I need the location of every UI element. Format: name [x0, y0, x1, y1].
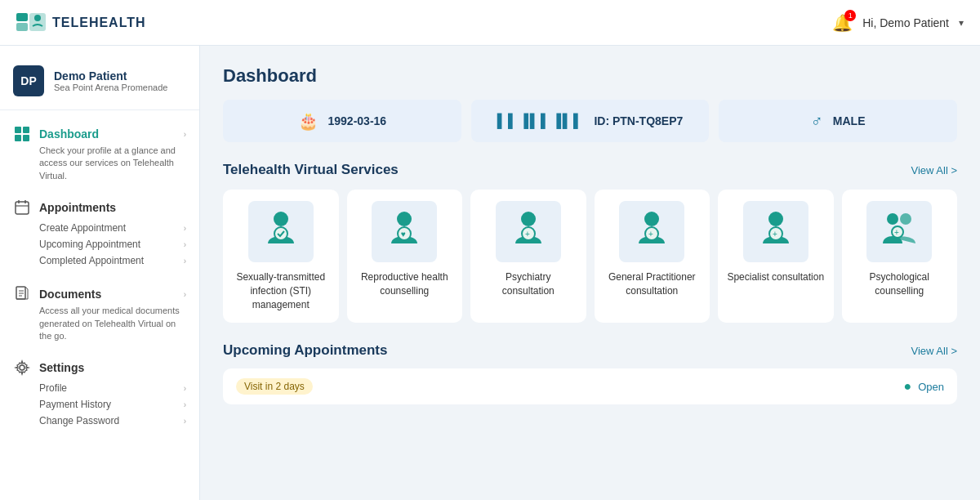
gp-icon: +: [627, 208, 676, 257]
info-card-gender: ♂ MALE: [719, 100, 957, 142]
user-info: Demo Patient Sea Point Arena Promenade: [54, 69, 167, 92]
documents-icon: [13, 285, 31, 303]
notification-bell[interactable]: 🔔 1: [832, 13, 853, 33]
svg-point-25: [644, 212, 659, 226]
svg-text:+: +: [894, 228, 899, 237]
appointments-label: Appointments: [39, 201, 116, 214]
svg-text:+: +: [525, 230, 530, 239]
appointment-status: Open: [918, 381, 944, 393]
completed-appointment-label: Completed Appointment: [39, 255, 144, 266]
svg-text:+: +: [648, 230, 653, 239]
svg-point-31: [887, 213, 898, 225]
services-grid: Sexually-transmitted infection (STI) man…: [223, 190, 957, 323]
services-view-all[interactable]: View All >: [911, 164, 958, 176]
specialist-label: Specialist consultation: [727, 270, 824, 284]
profile-label: Profile: [39, 382, 67, 394]
sidebar-item-payment-history[interactable]: Payment History ›: [39, 396, 186, 413]
psychiatry-label: Psychiatry consultation: [479, 270, 578, 298]
svg-point-32: [900, 213, 911, 225]
user-menu-chevron[interactable]: ▾: [959, 17, 964, 29]
appointments-view-all[interactable]: View All >: [911, 345, 958, 357]
nav-item-header-appointments[interactable]: Appointments: [13, 199, 186, 217]
sidebar-item-upcoming-appointment[interactable]: Upcoming Appointment ›: [39, 236, 186, 252]
gp-icon-wrap: +: [619, 201, 684, 262]
nav-section-settings: Settings Profile › Payment History › Cha…: [0, 350, 199, 437]
user-name: Demo Patient: [54, 69, 167, 83]
appointment-status-wrap: ● Open: [904, 379, 944, 394]
services-title: Telehealth Virtual Services: [223, 162, 399, 178]
settings-label: Settings: [39, 361, 84, 374]
info-card-dob: 🎂 1992-03-16: [223, 100, 461, 142]
service-card-specialist[interactable]: + Specialist consultation: [718, 190, 834, 323]
nav-item-header-documents[interactable]: Documents ›: [13, 285, 186, 303]
dashboard-desc: Check your profile at a glance and acces…: [13, 145, 186, 182]
logo: TELEHEALTH: [16, 11, 146, 34]
page-title: Dashboard: [223, 65, 957, 87]
documents-desc: Access all your medical documents genera…: [13, 305, 186, 342]
dashboard-chevron: ›: [184, 130, 186, 139]
appointments-icon: [13, 199, 31, 217]
main-content: Dashboard 🎂 1992-03-16 ▌▌▐▌▌▐▌▌ ID: PTN-…: [200, 46, 980, 500]
reproductive-label: Reproductive health counselling: [355, 270, 455, 298]
appointments-subitems: Create Appointment › Upcoming Appointmen…: [13, 220, 186, 269]
user-card: DP Demo Patient Sea Point Arena Promenad…: [0, 59, 199, 110]
nav-item-header-dashboard[interactable]: Dashboard ›: [13, 125, 186, 143]
nav-item-header-settings[interactable]: Settings: [13, 359, 186, 377]
dob-value: 1992-03-16: [328, 114, 387, 127]
appointments-title: Upcoming Appointments: [223, 342, 387, 359]
create-appointment-label: Create Appointment: [39, 222, 126, 234]
completed-appointment-chevron: ›: [184, 257, 186, 266]
nav-right: 🔔 1 Hi, Demo Patient ▾: [832, 13, 964, 33]
psychiatry-icon: +: [504, 208, 553, 257]
topnav: TELEHEALTH 🔔 1 Hi, Demo Patient ▾: [0, 0, 980, 46]
service-card-psychological[interactable]: + Psychological counselling: [842, 190, 958, 323]
upcoming-appointment-label: Upcoming Appointment: [39, 239, 140, 250]
gender-value: MALE: [833, 114, 866, 127]
appointment-badge: Visit in 2 days: [236, 378, 313, 395]
svg-rect-6: [15, 135, 21, 141]
svg-point-3: [34, 15, 41, 21]
main-layout: DP Demo Patient Sea Point Arena Promenad…: [0, 46, 980, 500]
specialist-icon-wrap: +: [743, 201, 808, 262]
payment-history-label: Payment History: [39, 399, 111, 410]
nav-section-dashboard: Dashboard › Check your profile at a glan…: [0, 117, 199, 190]
nav-section-appointments: Appointments Create Appointment › Upcomi…: [0, 190, 199, 277]
svg-rect-1: [16, 23, 28, 31]
nav-section-documents: Documents › Access all your medical docu…: [0, 277, 199, 350]
svg-point-28: [768, 212, 783, 226]
settings-subitems: Profile › Payment History › Change Passw…: [13, 380, 186, 429]
sti-icon: [256, 208, 305, 257]
svg-text:+: +: [773, 230, 777, 239]
service-card-gp[interactable]: + General Practitioner consultation: [595, 190, 710, 323]
change-password-label: Change Password: [39, 415, 119, 426]
nav-item-dashboard[interactable]: Dashboard › Check your profile at a glan…: [0, 120, 199, 187]
notification-count: 1: [844, 10, 856, 21]
sidebar-item-completed-appointment[interactable]: Completed Appointment ›: [39, 252, 186, 269]
service-card-psychiatry[interactable]: + Psychiatry consultation: [470, 190, 586, 323]
barcode-icon: ▌▌▐▌▌▐▌▌: [497, 114, 585, 128]
info-cards: 🎂 1992-03-16 ▌▌▐▌▌▐▌▌ ID: PTN-TQ8EP7 ♂ M…: [223, 100, 957, 142]
sidebar-item-profile[interactable]: Profile ›: [39, 380, 186, 396]
svg-point-19: [397, 212, 412, 226]
sidebar-item-change-password[interactable]: Change Password ›: [39, 413, 186, 429]
nav-item-settings[interactable]: Settings Profile › Payment History › Cha…: [0, 354, 199, 434]
patient-id-value: ID: PTN-TQ8EP7: [594, 114, 683, 127]
psychiatry-icon-wrap: +: [496, 201, 561, 262]
payment-history-chevron: ›: [184, 400, 186, 409]
svg-rect-0: [16, 13, 28, 21]
specialist-icon: +: [751, 208, 800, 257]
svg-rect-4: [15, 127, 21, 133]
service-card-sti[interactable]: Sexually-transmitted infection (STI) man…: [223, 190, 339, 323]
svg-point-18: [274, 227, 287, 240]
service-card-reproductive[interactable]: ♥ Reproductive health counselling: [347, 190, 463, 323]
nav-item-documents[interactable]: Documents › Access all your medical docu…: [0, 280, 199, 347]
dashboard-icon: [13, 125, 31, 143]
user-greeting: Hi, Demo Patient: [862, 16, 949, 29]
sti-icon-wrap: [248, 201, 314, 262]
profile-chevron: ›: [184, 384, 186, 393]
nav-item-appointments[interactable]: Appointments Create Appointment › Upcomi…: [0, 194, 199, 274]
sidebar-item-create-appointment[interactable]: Create Appointment ›: [39, 220, 186, 236]
documents-chevron: ›: [184, 290, 186, 299]
dashboard-label: Dashboard: [39, 127, 99, 141]
svg-text:♥: ♥: [401, 230, 406, 239]
